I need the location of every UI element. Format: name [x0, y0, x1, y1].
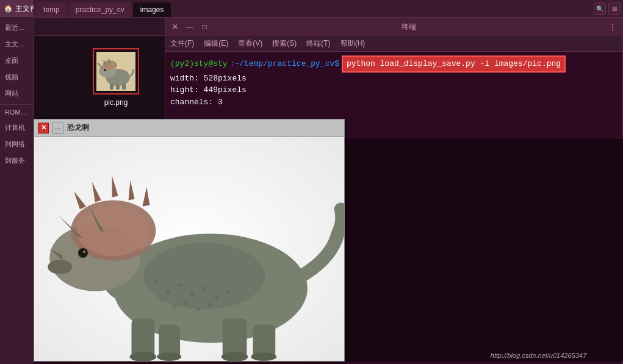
terminal-prompt-path: :~/temp/practice_py_cv$ [230, 58, 339, 70]
svg-point-45 [172, 305, 176, 309]
terminal-command[interactable]: python load_display_save.py -i images/pi… [342, 55, 566, 73]
terminal-title: 终端 [214, 22, 603, 32]
terminal-output-line-2: hight: 449pixels [170, 84, 618, 96]
terminal-command-line: (py2)sty@sty :~/temp/practice_py_cv$ pyt… [170, 55, 618, 73]
svg-point-39 [178, 284, 182, 287]
menu-view[interactable]: 查看(V) [238, 38, 262, 49]
svg-point-42 [215, 296, 218, 299]
sidebar-header[interactable]: 🏠 主文件夹 [0, 0, 34, 17]
terminal-output-line-3: channels: 3 [170, 96, 618, 109]
tab-practice-py-cv[interactable]: practice_py_cv [68, 2, 132, 17]
sidebar-item-rom[interactable]: ROM Itll [0, 104, 34, 120]
svg-point-44 [160, 299, 164, 302]
svg-point-26 [83, 251, 85, 253]
terminal-titlebar: ✕ — □ 终端 ⋮ [165, 18, 622, 36]
menu-search[interactable]: 搜索(S) [272, 38, 297, 49]
sidebar-item-computer[interactable]: 计算机 [0, 120, 34, 136]
image-window-minimize-button[interactable]: — [52, 123, 63, 134]
sidebar-item-desktop[interactable]: 桌面 [0, 52, 34, 69]
image-content-area [34, 137, 344, 361]
tab-images[interactable]: images [133, 2, 171, 17]
menu-edit[interactable]: 编辑(E) [204, 38, 228, 49]
menu-terminal[interactable]: 终端(T) [306, 38, 330, 49]
terminal-maximize-button[interactable]: □ [200, 22, 209, 32]
terminal-menu-bar: 文件(F) 编辑(E) 查看(V) 搜索(S) 终端(T) 帮助(H) [165, 36, 622, 52]
view-toggle-button[interactable]: ⊞ [608, 2, 621, 15]
file-thumbnail [96, 52, 135, 91]
sidebar-item-network[interactable]: 到网络 [0, 136, 34, 152]
sidebar-item-website[interactable]: 网站 [0, 85, 34, 102]
svg-point-10 [104, 69, 106, 71]
terminal-close-button[interactable]: ✕ [170, 22, 180, 32]
svg-point-40 [190, 293, 194, 296]
file-icon-selected[interactable] [93, 48, 139, 95]
svg-point-27 [48, 260, 72, 274]
svg-point-37 [154, 280, 157, 284]
tabs-bar: temp practice_py_cv images 🔍 ⊞ [34, 0, 623, 17]
sidebar: 🏠 主文件夹 最近使用的 主文件夹 桌面 视频 网站 ROM Itll 计算机 … [0, 0, 34, 364]
svg-point-46 [184, 302, 188, 305]
triceratops-illustration [34, 137, 344, 361]
svg-rect-9 [122, 84, 126, 90]
image-window-title: 恐龙啊 [67, 123, 89, 133]
terminal-dark-area [320, 139, 623, 362]
image-window-titlebar: ✕ — 恐龙啊 [34, 120, 344, 137]
file-name-label: pic.png [104, 98, 128, 107]
sidebar-item-services[interactable]: 到服务 [0, 152, 34, 169]
menu-file[interactable]: 文件(F) [170, 38, 194, 49]
terminal-menu-button[interactable]: ⋮ [608, 22, 618, 32]
svg-point-48 [209, 304, 212, 307]
svg-point-35 [251, 352, 276, 361]
menu-help[interactable]: 帮助(H) [340, 38, 366, 49]
home-folder-icon: 🏠 [4, 4, 13, 13]
terminal-minimize-button[interactable]: — [185, 22, 195, 32]
svg-point-25 [78, 248, 88, 258]
svg-rect-8 [116, 85, 120, 90]
image-window-close-button[interactable]: ✕ [38, 123, 49, 134]
svg-point-47 [196, 307, 200, 311]
search-toolbar-button[interactable]: 🔍 [594, 2, 606, 15]
sidebar-item-home[interactable]: 主文件夹 [0, 36, 34, 52]
terminal-prompt-user: (py2)sty@sty [170, 58, 228, 70]
sidebar-header-label: 主文件夹 [15, 4, 34, 14]
terminal-content: (py2)sty@sty :~/temp/practice_py_cv$ pyt… [165, 52, 622, 112]
sidebar-items-list: 最近使用的 主文件夹 桌面 视频 网站 ROM Itll 计算机 到网络 到服务 [0, 17, 34, 169]
tab-temp[interactable]: temp [36, 2, 67, 17]
svg-point-31 [157, 352, 181, 361]
svg-rect-7 [110, 84, 113, 90]
image-display-window: ✕ — 恐龙啊 [34, 119, 345, 362]
svg-point-16 [77, 205, 149, 256]
sidebar-item-videos[interactable]: 视频 [0, 69, 34, 85]
attribution-text: http://blog.csdn.net/u014265347 [491, 352, 586, 359]
svg-point-41 [203, 287, 206, 290]
svg-point-38 [166, 290, 170, 293]
sidebar-item-recent[interactable]: 最近使用的 [0, 20, 34, 36]
terminal-output-line-1: width: 528pixels [170, 73, 618, 85]
svg-point-43 [227, 290, 231, 293]
